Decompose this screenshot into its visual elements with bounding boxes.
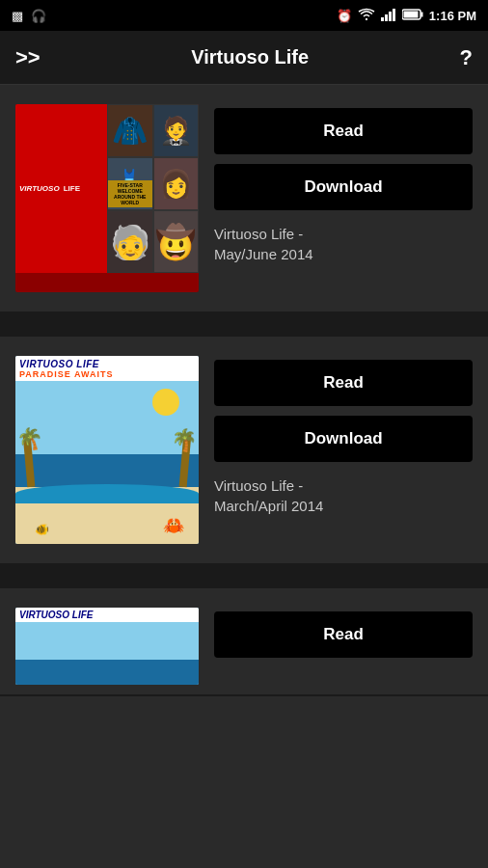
magazine-title-1: Virtuoso Life - May/June 2014	[214, 224, 473, 264]
help-button[interactable]: ?	[460, 45, 473, 70]
headphones-icon: 🎧	[31, 9, 46, 23]
magazine-info-1: Read Download Virtuoso Life - May/June 2…	[214, 104, 473, 292]
battery-icon	[402, 9, 423, 23]
forward-button[interactable]: >>	[15, 45, 41, 70]
magazine-cover-1: VIRTUOSO LIFE 🧥 🤵 👗 FIVE-STARWELCOMEAROU…	[15, 104, 199, 292]
alarm-icon: ⏰	[337, 9, 352, 23]
spacer-2	[0, 565, 488, 588]
time-display: 1:16 PM	[429, 9, 476, 23]
svg-rect-5	[420, 12, 422, 16]
download-button-2[interactable]: Download	[214, 416, 473, 462]
download-button-1[interactable]: Download	[214, 164, 473, 210]
svg-rect-2	[389, 12, 392, 21]
magazine-item-3: VIRTUOSO LIFE Read	[0, 588, 488, 696]
read-button-1[interactable]: Read	[214, 108, 473, 154]
read-button-3[interactable]: Read	[214, 611, 473, 658]
app-header: >> Virtuoso Life ?	[0, 31, 488, 85]
signal-icon	[381, 8, 396, 24]
spacer-1	[0, 313, 488, 337]
magazine-item-2: VIRTUOSO LIFE PARADISE AWAITS 🌴 🌴 🦀 🐠	[0, 337, 488, 565]
svg-rect-3	[393, 9, 395, 21]
wifi-icon	[358, 8, 375, 24]
magazine-list: VIRTUOSO LIFE 🧥 🤵 👗 FIVE-STARWELCOMEAROU…	[0, 85, 488, 868]
magazine-cover-2: VIRTUOSO LIFE PARADISE AWAITS 🌴 🌴 🦀 🐠	[15, 356, 199, 544]
page-title: Virtuoso Life	[191, 46, 309, 68]
svg-rect-0	[381, 17, 384, 21]
screenshot-icon: ▩	[12, 9, 23, 23]
status-bar: ▩ 🎧 ⏰ 1:16	[0, 0, 488, 31]
magazine-title-2: Virtuoso Life - March/April 2014	[214, 475, 473, 516]
magazine-info-3: Read	[214, 608, 473, 685]
magazine-item-1: VIRTUOSO LIFE 🧥 🤵 👗 FIVE-STARWELCOMEAROU…	[0, 85, 488, 313]
magazine-cover-3: VIRTUOSO LIFE	[15, 608, 199, 685]
status-left-icons: ▩ 🎧	[12, 9, 46, 23]
read-button-2[interactable]: Read	[214, 360, 473, 406]
svg-rect-6	[403, 11, 418, 17]
svg-rect-1	[385, 14, 388, 21]
magazine-info-2: Read Download Virtuoso Life - March/Apri…	[214, 356, 473, 544]
status-right-icons: ⏰ 1:16 PM	[337, 8, 476, 24]
